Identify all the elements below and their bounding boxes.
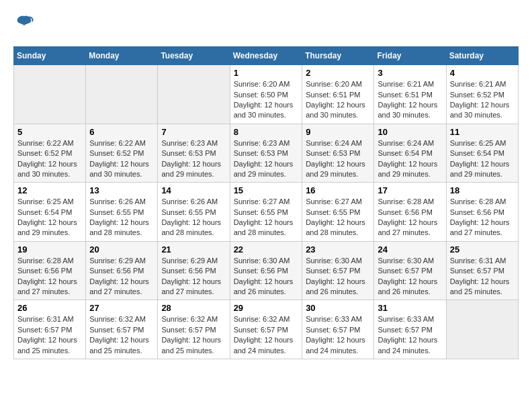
day-number: 20 (89, 244, 154, 255)
calendar-cell: 3Sunrise: 6:21 AM Sunset: 6:51 PM Daylig… (374, 65, 446, 124)
day-info: Sunrise: 6:29 AM Sunset: 6:56 PM Dayligh… (89, 256, 154, 298)
day-number: 5 (17, 127, 82, 137)
day-number: 4 (450, 68, 515, 78)
day-info: Sunrise: 6:27 AM Sunset: 6:55 PM Dayligh… (234, 197, 299, 238)
day-info: Sunrise: 6:33 AM Sunset: 6:57 PM Dayligh… (378, 314, 442, 356)
calendar-cell (86, 65, 158, 124)
calendar-week-2: 5Sunrise: 6:22 AM Sunset: 6:52 PM Daylig… (14, 124, 519, 183)
calendar-cell: 15Sunrise: 6:27 AM Sunset: 6:55 PM Dayli… (230, 183, 302, 242)
day-info: Sunrise: 6:23 AM Sunset: 6:53 PM Dayligh… (161, 138, 226, 180)
day-number: 13 (89, 185, 154, 195)
day-number: 16 (306, 185, 370, 195)
day-info: Sunrise: 6:28 AM Sunset: 6:56 PM Dayligh… (378, 197, 442, 238)
day-info: Sunrise: 6:28 AM Sunset: 6:56 PM Dayligh… (450, 197, 515, 238)
calendar-body: 1Sunrise: 6:20 AM Sunset: 6:50 PM Daylig… (14, 65, 519, 359)
calendar-cell: 6Sunrise: 6:22 AM Sunset: 6:52 PM Daylig… (86, 124, 158, 183)
calendar-cell: 27Sunrise: 6:32 AM Sunset: 6:57 PM Dayli… (86, 300, 158, 359)
calendar-header-tuesday: Tuesday (158, 47, 230, 65)
calendar-cell: 9Sunrise: 6:24 AM Sunset: 6:53 PM Daylig… (302, 124, 374, 183)
day-info: Sunrise: 6:32 AM Sunset: 6:57 PM Dayligh… (234, 314, 299, 356)
day-info: Sunrise: 6:29 AM Sunset: 6:56 PM Dayligh… (161, 256, 226, 298)
day-info: Sunrise: 6:30 AM Sunset: 6:57 PM Dayligh… (378, 256, 442, 298)
day-number: 29 (234, 303, 299, 313)
calendar-cell: 5Sunrise: 6:22 AM Sunset: 6:52 PM Daylig… (14, 124, 86, 183)
day-number: 26 (17, 303, 82, 313)
calendar-week-1: 1Sunrise: 6:20 AM Sunset: 6:50 PM Daylig… (14, 65, 519, 124)
calendar-header-friday: Friday (374, 47, 446, 65)
day-info: Sunrise: 6:26 AM Sunset: 6:55 PM Dayligh… (161, 197, 226, 238)
day-number: 21 (161, 244, 226, 255)
day-number: 6 (89, 127, 154, 137)
day-number: 28 (161, 303, 226, 313)
calendar-cell: 4Sunrise: 6:21 AM Sunset: 6:52 PM Daylig… (446, 65, 518, 124)
day-info: Sunrise: 6:32 AM Sunset: 6:57 PM Dayligh… (89, 314, 154, 356)
day-number: 30 (306, 303, 370, 313)
day-info: Sunrise: 6:31 AM Sunset: 6:57 PM Dayligh… (450, 256, 515, 298)
calendar-week-3: 12Sunrise: 6:25 AM Sunset: 6:54 PM Dayli… (14, 183, 519, 242)
calendar-header-wednesday: Wednesday (230, 47, 302, 65)
day-number: 14 (161, 185, 226, 195)
calendar-header-row: SundayMondayTuesdayWednesdayThursdayFrid… (14, 47, 519, 65)
day-number: 19 (17, 244, 82, 255)
day-number: 24 (378, 244, 442, 255)
calendar-cell: 30Sunrise: 6:33 AM Sunset: 6:57 PM Dayli… (302, 300, 374, 359)
day-info: Sunrise: 6:21 AM Sunset: 6:52 PM Dayligh… (450, 79, 515, 121)
day-info: Sunrise: 6:20 AM Sunset: 6:51 PM Dayligh… (306, 79, 370, 121)
calendar-cell: 23Sunrise: 6:30 AM Sunset: 6:57 PM Dayli… (302, 241, 374, 300)
day-info: Sunrise: 6:24 AM Sunset: 6:54 PM Dayligh… (378, 138, 442, 180)
day-info: Sunrise: 6:33 AM Sunset: 6:57 PM Dayligh… (306, 314, 370, 356)
day-info: Sunrise: 6:22 AM Sunset: 6:52 PM Dayligh… (89, 138, 154, 180)
calendar-cell: 14Sunrise: 6:26 AM Sunset: 6:55 PM Dayli… (158, 183, 230, 242)
calendar-cell: 8Sunrise: 6:23 AM Sunset: 6:53 PM Daylig… (230, 124, 302, 183)
day-number: 15 (234, 185, 299, 195)
calendar-cell: 12Sunrise: 6:25 AM Sunset: 6:54 PM Dayli… (14, 183, 86, 242)
calendar-cell: 13Sunrise: 6:26 AM Sunset: 6:55 PM Dayli… (86, 183, 158, 242)
day-number: 9 (306, 127, 370, 137)
calendar-cell: 1Sunrise: 6:20 AM Sunset: 6:50 PM Daylig… (230, 65, 302, 124)
calendar-cell: 20Sunrise: 6:29 AM Sunset: 6:56 PM Dayli… (86, 241, 158, 300)
calendar-cell (446, 300, 518, 359)
calendar-cell: 10Sunrise: 6:24 AM Sunset: 6:54 PM Dayli… (374, 124, 446, 183)
calendar-cell: 28Sunrise: 6:32 AM Sunset: 6:57 PM Dayli… (158, 300, 230, 359)
day-number: 2 (306, 68, 370, 78)
calendar-header-sunday: Sunday (14, 47, 86, 65)
calendar-header-monday: Monday (86, 47, 158, 65)
calendar-week-4: 19Sunrise: 6:28 AM Sunset: 6:56 PM Dayli… (14, 241, 519, 300)
day-number: 3 (378, 68, 442, 78)
day-number: 23 (306, 244, 370, 255)
day-number: 17 (378, 185, 442, 195)
day-number: 31 (378, 303, 442, 313)
day-number: 11 (450, 127, 515, 137)
day-number: 1 (234, 68, 299, 78)
day-number: 12 (17, 185, 82, 195)
day-info: Sunrise: 6:27 AM Sunset: 6:55 PM Dayligh… (306, 197, 370, 238)
day-info: Sunrise: 6:22 AM Sunset: 6:52 PM Dayligh… (17, 138, 82, 180)
day-info: Sunrise: 6:20 AM Sunset: 6:50 PM Dayligh… (234, 79, 299, 121)
page-header (13, 13, 519, 36)
calendar-cell: 16Sunrise: 6:27 AM Sunset: 6:55 PM Dayli… (302, 183, 374, 242)
day-info: Sunrise: 6:24 AM Sunset: 6:53 PM Dayligh… (306, 138, 370, 180)
logo (13, 13, 34, 36)
day-info: Sunrise: 6:25 AM Sunset: 6:54 PM Dayligh… (450, 138, 515, 180)
calendar-header-thursday: Thursday (302, 47, 374, 65)
day-info: Sunrise: 6:26 AM Sunset: 6:55 PM Dayligh… (89, 197, 154, 238)
calendar-cell: 18Sunrise: 6:28 AM Sunset: 6:56 PM Dayli… (446, 183, 518, 242)
calendar-header-saturday: Saturday (446, 47, 518, 65)
calendar-cell: 31Sunrise: 6:33 AM Sunset: 6:57 PM Dayli… (374, 300, 446, 359)
calendar-table: SundayMondayTuesdayWednesdayThursdayFrid… (13, 46, 519, 359)
day-number: 25 (450, 244, 515, 255)
day-info: Sunrise: 6:28 AM Sunset: 6:56 PM Dayligh… (17, 256, 82, 298)
day-info: Sunrise: 6:32 AM Sunset: 6:57 PM Dayligh… (161, 314, 226, 356)
calendar-cell: 2Sunrise: 6:20 AM Sunset: 6:51 PM Daylig… (302, 65, 374, 124)
day-number: 18 (450, 185, 515, 195)
day-number: 8 (234, 127, 299, 137)
calendar-cell: 11Sunrise: 6:25 AM Sunset: 6:54 PM Dayli… (446, 124, 518, 183)
calendar-cell (158, 65, 230, 124)
logo-bird-icon (15, 13, 34, 32)
day-number: 10 (378, 127, 442, 137)
calendar-cell: 26Sunrise: 6:31 AM Sunset: 6:57 PM Dayli… (14, 300, 86, 359)
day-info: Sunrise: 6:21 AM Sunset: 6:51 PM Dayligh… (378, 79, 442, 121)
calendar-week-5: 26Sunrise: 6:31 AM Sunset: 6:57 PM Dayli… (14, 300, 519, 359)
day-info: Sunrise: 6:25 AM Sunset: 6:54 PM Dayligh… (17, 197, 82, 238)
calendar-cell: 25Sunrise: 6:31 AM Sunset: 6:57 PM Dayli… (446, 241, 518, 300)
